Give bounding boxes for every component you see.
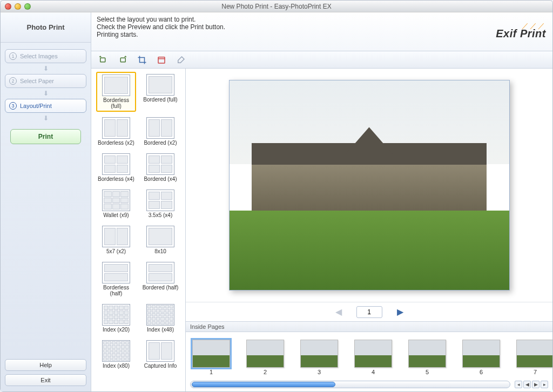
thumbnail-number: 4	[372, 369, 375, 375]
layout-5x7-x2[interactable]: 5x7 (x2)	[96, 224, 136, 256]
sidebar: Photo Print 1 Select Images ⬇ 2 Select P…	[1, 12, 91, 391]
step-layout-print[interactable]: 3 Layout/Print	[5, 99, 86, 113]
layout-label: Captured Info	[144, 363, 177, 369]
horizontal-scrollbar[interactable]	[190, 381, 510, 388]
thumbnail-number: 7	[534, 369, 537, 375]
layout-borderless-full[interactable]: Borderless (full)	[96, 72, 136, 112]
inside-pages-header: Inside Pages	[186, 321, 552, 332]
layout-bordered-half[interactable]: Bordered (half)	[140, 260, 180, 299]
layout-label: Index (x48)	[147, 327, 174, 333]
thumbnail-number: 5	[426, 369, 429, 375]
layout-bordered-x2[interactable]: Bordered (x2)	[140, 115, 180, 148]
rotate-left-icon[interactable]	[98, 55, 109, 65]
layout-thumb-icon	[146, 153, 174, 175]
layout-wallet-x9[interactable]: Wallet (x9)	[96, 187, 136, 220]
window-title: New Photo Print - Easy-PhotoPrint EX	[1, 3, 552, 10]
thumbnail-number: 1	[210, 369, 213, 375]
layout-thumb-icon	[102, 117, 130, 139]
prev-page-icon[interactable]: ◀	[334, 307, 343, 317]
strip-next-icon[interactable]: ▶	[532, 381, 539, 388]
rotate-right-icon[interactable]	[117, 55, 128, 65]
page-thumbnail[interactable]: 6	[462, 340, 500, 375]
layout-8x10[interactable]: 8x10	[140, 224, 180, 256]
page-thumbnail[interactable]: 3	[300, 340, 338, 375]
layout-index-x20[interactable]: Index (x20)	[96, 302, 136, 335]
exif-print-logo: ／／／ Exif Print	[496, 24, 546, 39]
layout-thumb-icon	[146, 117, 174, 139]
page-thumbnail[interactable]: 4	[354, 340, 392, 375]
layout-thumb-icon	[146, 74, 174, 96]
thumbnail-image	[246, 340, 284, 368]
layout-label: Index (x20)	[103, 327, 130, 333]
layout-35x5-x4[interactable]: 3.5x5 (x4)	[140, 187, 180, 220]
page-thumbnail[interactable]: 2	[246, 340, 284, 375]
next-page-icon[interactable]: ▶	[395, 307, 405, 317]
brush-icon[interactable]	[176, 55, 186, 65]
thumbnail-image	[354, 340, 392, 368]
layout-thumb-icon	[102, 304, 130, 326]
layout-thumb-icon	[102, 75, 130, 96]
minimize-icon[interactable]	[15, 3, 21, 10]
step-label: Layout/Print	[20, 103, 52, 109]
page-thumbnail[interactable]: 7	[516, 340, 552, 375]
step-label: Select Paper	[20, 78, 54, 84]
chevron-down-icon: ⬇	[5, 115, 86, 121]
layout-borderless-x2[interactable]: Borderless (x2)	[96, 115, 136, 148]
instructions-bar: Select the layout you want to print. Che…	[91, 12, 552, 51]
crop-icon[interactable]	[137, 55, 147, 65]
layout-label: Borderless (half)	[98, 285, 134, 296]
thumbnail-strip: 1234567 ◂ ◀ ▶ ▸	[186, 332, 552, 391]
instruction-line: Printing starts.	[97, 31, 547, 38]
help-button[interactable]: Help	[5, 359, 86, 371]
step-number-icon: 2	[9, 77, 17, 85]
page-input[interactable]	[356, 306, 382, 318]
page-thumbnail[interactable]: 5	[408, 340, 446, 375]
layout-bordered-x4[interactable]: Bordered (x4)	[140, 151, 180, 184]
thumbnail-number: 2	[264, 369, 267, 375]
layout-bordered-full[interactable]: Bordered (full)	[140, 72, 180, 112]
preview-canvas[interactable]	[186, 69, 552, 302]
layout-thumb-icon	[146, 262, 174, 283]
layout-index-x48[interactable]: Index (x48)	[140, 302, 180, 335]
layout-captured-info[interactable]: Captured Info	[140, 338, 180, 371]
layout-panel[interactable]: Borderless (full)Bordered (full)Borderle…	[91, 69, 186, 391]
layout-label: Bordered (full)	[143, 97, 177, 103]
close-icon[interactable]	[5, 3, 11, 10]
step-number-icon: 1	[9, 52, 17, 60]
step-select-paper[interactable]: 2 Select Paper	[5, 74, 86, 88]
app-window: New Photo Print - Easy-PhotoPrint EX Pho…	[0, 0, 553, 392]
thumbnail-number: 6	[480, 369, 483, 375]
preview-photo[interactable]	[229, 80, 510, 290]
svg-rect-2	[158, 57, 165, 63]
layout-label: Borderless (x2)	[98, 140, 134, 146]
chevron-down-icon: ⬇	[5, 90, 86, 97]
thumbs-row[interactable]: 1234567	[186, 332, 552, 380]
sidebar-title: Photo Print	[1, 12, 91, 43]
step-select-images[interactable]: 1 Select Images	[5, 49, 86, 63]
layout-thumb-icon	[102, 340, 130, 362]
titlebar: New Photo Print - Easy-PhotoPrint EX	[1, 1, 552, 12]
exit-button[interactable]: Exit	[5, 374, 86, 386]
layout-index-x80[interactable]: Index (x80)	[96, 338, 136, 371]
layout-label: 8x10	[154, 248, 166, 254]
layout-borderless-half[interactable]: Borderless (half)	[96, 260, 136, 299]
strip-last-icon[interactable]: ▸	[541, 381, 548, 388]
print-button[interactable]: Print	[10, 129, 81, 144]
layout-thumb-icon	[146, 304, 174, 326]
date-icon[interactable]	[156, 55, 167, 65]
step-number-icon: 3	[9, 102, 17, 110]
layout-thumb-icon	[146, 340, 174, 362]
layout-thumb-icon	[102, 153, 130, 175]
strip-prev-icon[interactable]: ◀	[523, 381, 531, 388]
layout-borderless-x4[interactable]: Borderless (x4)	[96, 151, 136, 184]
strip-first-icon[interactable]: ◂	[515, 381, 522, 388]
instruction-line: Select the layout you want to print.	[97, 16, 547, 23]
scrollbar-thumb[interactable]	[192, 382, 335, 387]
zoom-icon[interactable]	[24, 3, 31, 10]
thumbnail-image	[300, 340, 338, 368]
page-thumbnail[interactable]: 1	[192, 340, 230, 375]
window-controls	[5, 3, 31, 10]
layout-label: Borderless (full)	[98, 97, 134, 109]
layout-label: Bordered (x4)	[144, 176, 177, 182]
instruction-line: Check the Preview and click the Print bu…	[97, 23, 547, 31]
